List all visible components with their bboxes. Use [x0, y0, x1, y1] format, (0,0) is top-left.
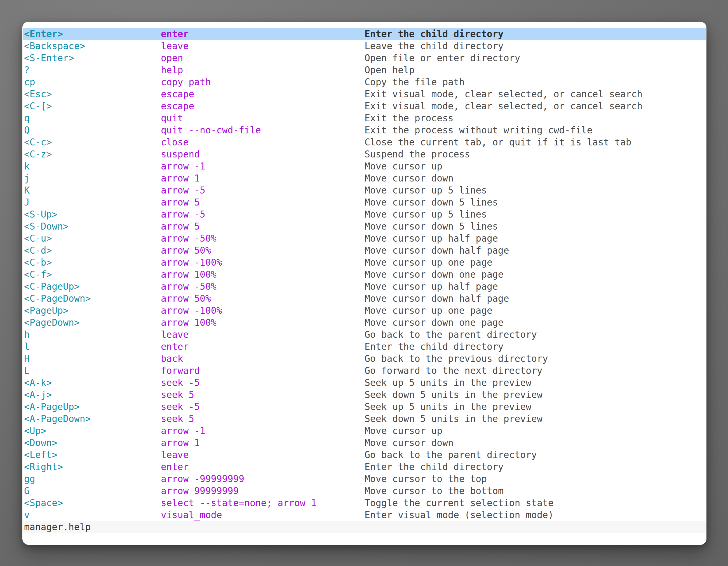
keybind-row[interactable]: <PageUp>arrow -100%Move cursor up one pa… [23, 304, 706, 316]
keybind-description: Move cursor up 5 lines [365, 184, 487, 196]
keybind-description: Open help [365, 64, 415, 76]
keybind-key: h [24, 328, 30, 340]
keybind-command: arrow -50% [161, 281, 217, 292]
keybind-row[interactable]: ggarrow -99999999Move cursor to the top [23, 473, 706, 485]
keybind-key: <C-[> [24, 100, 52, 112]
keybind-row[interactable]: <C-PageDown>arrow 50%Move cursor down ha… [23, 292, 706, 304]
keybind-row[interactable]: HbackGo back to the previous directory [23, 353, 706, 365]
keybind-row[interactable]: <A-j>seek 5Seek down 5 units in the prev… [23, 389, 706, 401]
keybind-row[interactable]: <A-PageUp>seek -5Seek up 5 units in the … [23, 401, 706, 413]
keybind-command: open [161, 52, 183, 64]
keybind-row[interactable]: <Space>select --state=none; arrow 1Toggl… [23, 497, 706, 509]
keybind-key: <C-PageDown> [24, 292, 91, 304]
keybind-key: <PageUp> [24, 304, 69, 316]
keybind-row[interactable]: Jarrow 5Move cursor down 5 lines [23, 196, 706, 208]
keybind-key: <Right> [24, 461, 63, 473]
keybind-key: Q [24, 124, 30, 136]
keybind-command: arrow 50% [161, 292, 211, 304]
keybind-row[interactable]: <Enter>enterEnter the child directory [23, 28, 706, 40]
keybind-command: arrow -5 [161, 208, 205, 220]
keybind-description: Move cursor down 5 lines [365, 196, 498, 208]
keybind-row[interactable]: lenterEnter the child directory [23, 340, 706, 353]
keybind-command: quit [161, 112, 183, 124]
keybind-command: seek 5 [161, 413, 194, 425]
keybind-description: Move cursor down 5 lines [365, 220, 498, 233]
keybind-row[interactable]: <C-c>closeClose the current tab, or quit… [23, 136, 706, 148]
keybind-description: Go back to the previous directory [365, 353, 548, 365]
keybind-key: <C-d> [24, 245, 52, 257]
keybind-row[interactable]: <A-PageDown>seek 5Seek down 5 units in t… [23, 413, 706, 425]
keybind-row[interactable]: hleaveGo back to the parent directory [23, 328, 706, 340]
keybind-key: <C-PageUp> [24, 281, 80, 292]
keybind-key: <A-k> [24, 377, 52, 389]
keybind-key: <Space> [24, 497, 63, 509]
keybind-command: suspend [161, 148, 200, 160]
keybind-key: gg [24, 473, 35, 485]
keybind-command: arrow -99999999 [161, 473, 244, 485]
terminal-window: <Enter>enterEnter the child directory<Ba… [22, 22, 706, 545]
keybind-command: arrow -50% [161, 233, 217, 245]
keybind-row[interactable]: <C-f>arrow 100%Move cursor down one page [23, 269, 706, 281]
keybind-command: arrow -5 [161, 184, 205, 196]
keybind-command: leave [161, 449, 189, 461]
keybind-row[interactable]: <C-z>suspendSuspend the process [23, 148, 706, 160]
keybind-row[interactable]: <Down>arrow 1Move cursor down [23, 437, 706, 449]
keybind-row[interactable]: <S-Up>arrow -5Move cursor up 5 lines [23, 208, 706, 220]
keybind-row[interactable]: <Left>leaveGo back to the parent directo… [23, 449, 706, 461]
keybind-key: <C-z> [24, 148, 52, 160]
keybind-key: <S-Down> [24, 220, 69, 233]
keybind-row[interactable]: <PageDown>arrow 100%Move cursor down one… [23, 316, 706, 328]
keybind-row[interactable]: karrow -1Move cursor up [23, 160, 706, 172]
keybind-command: arrow -100% [161, 257, 222, 269]
keybind-row[interactable]: Karrow -5Move cursor up 5 lines [23, 184, 706, 196]
keybind-row[interactable]: Qquit --no-cwd-fileExit the process with… [23, 124, 706, 136]
keybind-key: <S-Up> [24, 208, 57, 220]
keybind-description: Copy the file path [365, 76, 465, 88]
keybind-row[interactable]: <Esc>escapeExit visual mode, clear selec… [23, 88, 706, 100]
keybind-key: <Down> [24, 437, 57, 449]
keybind-row[interactable]: ?helpOpen help [23, 64, 706, 76]
keybind-row[interactable]: <C-u>arrow -50%Move cursor up half page [23, 233, 706, 245]
keybind-key: k [24, 160, 30, 172]
keybind-row[interactable]: LforwardGo forward to the next directory [23, 365, 706, 377]
keybind-row[interactable]: <C-d>arrow 50%Move cursor down half page [23, 245, 706, 257]
keybind-description: Move cursor up 5 lines [365, 208, 487, 220]
keybind-key: H [24, 353, 30, 365]
keybind-key: l [24, 340, 30, 353]
keybind-row[interactable]: <C-[>escapeExit visual mode, clear selec… [23, 100, 706, 112]
keybind-command: arrow 100% [161, 316, 217, 328]
keybind-row[interactable]: <Right>enterEnter the child directory [23, 461, 706, 473]
keybind-command: back [161, 353, 183, 365]
keybind-description: Suspend the process [365, 148, 470, 160]
keybind-row[interactable]: <S-Down>arrow 5Move cursor down 5 lines [23, 220, 706, 233]
keybind-description: Move cursor up [365, 425, 442, 437]
keybind-row[interactable]: cpcopy pathCopy the file path [23, 76, 706, 88]
keybind-key: ? [24, 64, 30, 76]
keybind-command: arrow 5 [161, 220, 200, 233]
keybind-row[interactable]: <S-Enter>openOpen file or enter director… [23, 52, 706, 64]
keybind-command: forward [161, 365, 200, 377]
keybind-key: <Up> [24, 425, 46, 437]
keybind-row[interactable]: <Backspace>leaveLeave the child director… [23, 40, 706, 52]
keybind-row[interactable]: qquitExit the process [23, 112, 706, 124]
keybind-row[interactable]: vvisual_modeEnter visual mode (selection… [23, 509, 706, 521]
keybind-row[interactable]: jarrow 1Move cursor down [23, 172, 706, 184]
keybind-command: escape [161, 88, 194, 100]
keybind-key: K [24, 184, 30, 196]
keybind-key: <A-PageUp> [24, 401, 80, 413]
keybind-row[interactable]: <C-PageUp>arrow -50%Move cursor up half … [23, 281, 706, 292]
keybind-description: Go back to the parent directory [365, 328, 537, 340]
keybind-row[interactable]: <Up>arrow -1Move cursor up [23, 425, 706, 437]
status-layer-label: manager.help [24, 521, 91, 533]
keybind-description: Move cursor down [365, 437, 454, 449]
keybind-description: Move cursor up one page [365, 304, 492, 316]
keybind-command: help [161, 64, 183, 76]
keybind-command: arrow 1 [161, 172, 200, 184]
keybind-description: Enter the child directory [365, 461, 504, 473]
keybind-row[interactable]: Garrow 99999999Move cursor to the bottom [23, 485, 706, 497]
keybind-description: Close the current tab, or quit if it is … [365, 136, 631, 148]
keybind-description: Move cursor up [365, 160, 442, 172]
keybind-row[interactable]: <A-k>seek -5Seek up 5 units in the previ… [23, 377, 706, 389]
keybind-command: seek 5 [161, 389, 194, 401]
keybind-row[interactable]: <C-b>arrow -100%Move cursor up one page [23, 257, 706, 269]
